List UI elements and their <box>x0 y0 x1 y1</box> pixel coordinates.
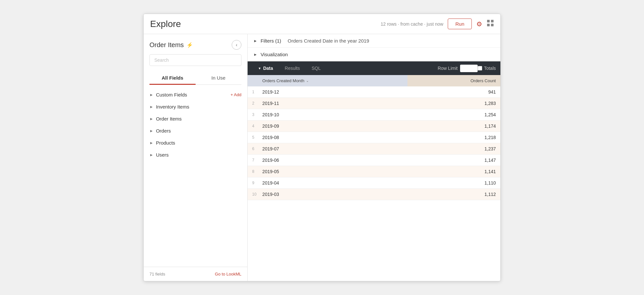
tab-data[interactable]: ▼ Data <box>252 61 279 75</box>
field-group-custom-fields[interactable]: ► Custom Fields + Add <box>144 89 247 101</box>
expand-icon-inventory-items: ► <box>149 105 153 109</box>
tab-all-fields[interactable]: All Fields <box>149 72 196 85</box>
table-row: 5 2019-08 1,218 <box>248 132 500 143</box>
header-right: 12 rows · from cache · just now Run ⚙ <box>381 19 494 29</box>
col-header-month[interactable]: Orders Created Month ⌄ <box>258 75 407 86</box>
row-number: 1 <box>248 86 258 98</box>
field-group-products[interactable]: ► Products <box>144 137 247 149</box>
expand-icon-users: ► <box>149 153 153 157</box>
cell-month: 2019-04 <box>258 177 407 189</box>
cell-month: 2019-03 <box>258 189 407 200</box>
totals-label: Totals <box>484 66 496 71</box>
row-limit-label: Row Limit <box>438 66 457 71</box>
sidebar: Order Items ⚡ ‹ All Fields In Use ► Cust… <box>144 34 248 281</box>
field-group-inventory-items[interactable]: ► Inventory Items <box>144 101 247 113</box>
field-group-order-items[interactable]: ► Order Items <box>144 113 247 125</box>
products-label: Products <box>156 140 241 146</box>
lightning-icon: ⚡ <box>187 42 193 48</box>
field-group-orders[interactable]: ► Orders <box>144 125 247 137</box>
sql-tab-label: SQL <box>312 66 321 71</box>
cell-count: 1,112 <box>407 189 500 200</box>
row-limit-input[interactable] <box>460 65 478 72</box>
table-row: 6 2019-07 1,237 <box>248 143 500 155</box>
viz-label: Visualization <box>261 52 288 57</box>
expand-icon-custom-fields: ► <box>149 93 153 97</box>
cell-count: 1,110 <box>407 177 500 189</box>
cell-count: 1,218 <box>407 132 500 143</box>
main-content: ► Filters (1) Orders Created Date in the… <box>248 34 500 281</box>
sidebar-footer: 71 fields Go to LookML <box>144 267 247 281</box>
go-to-lookml-link[interactable]: Go to LookML <box>215 272 241 276</box>
cell-count: 941 <box>407 86 500 98</box>
expand-icon-products: ► <box>149 141 153 145</box>
table-row: 4 2019-09 1,174 <box>248 121 500 132</box>
table-row: 1 2019-12 941 <box>248 86 500 98</box>
col-header-count[interactable]: Orders Count <box>407 75 500 86</box>
search-input[interactable] <box>149 54 241 66</box>
data-tabs-bar: ▼ Data Results SQL Row Limit <box>248 61 500 75</box>
viz-row: ► Visualization <box>248 48 500 61</box>
cell-count: 1,237 <box>407 143 500 155</box>
add-custom-field-button[interactable]: + Add <box>230 92 241 97</box>
cell-month: 2019-06 <box>258 155 407 166</box>
svg-rect-3 <box>491 24 494 26</box>
row-number: 2 <box>248 98 258 109</box>
row-number: 3 <box>248 109 258 121</box>
row-number: 9 <box>248 177 258 189</box>
svg-rect-2 <box>487 24 490 26</box>
viz-expand-icon[interactable]: ► <box>253 52 257 57</box>
cell-month: 2019-08 <box>258 132 407 143</box>
row-number: 4 <box>248 121 258 132</box>
collapse-button[interactable]: ‹ <box>232 40 241 50</box>
data-tab-arrow: ▼ <box>258 67 261 70</box>
cell-count: 1,254 <box>407 109 500 121</box>
run-button[interactable]: Run <box>448 19 472 29</box>
filter-expand-icon[interactable]: ► <box>253 39 257 43</box>
cell-month: 2019-07 <box>258 143 407 155</box>
app-window: Explore 12 rows · from cache · just now … <box>143 14 501 281</box>
cell-month: 2019-11 <box>258 98 407 109</box>
sort-icon-month: ⌄ <box>306 79 309 83</box>
field-groups: ► Custom Fields + Add ► Inventory Items … <box>144 85 247 267</box>
grid-icon[interactable] <box>487 19 494 28</box>
custom-fields-label: Custom Fields <box>156 92 230 97</box>
data-panel: ▼ Data Results SQL Row Limit <box>248 61 500 281</box>
page-title: Explore <box>150 19 181 29</box>
cell-count: 1,174 <box>407 121 500 132</box>
fields-count: 71 fields <box>149 272 165 276</box>
field-group-users[interactable]: ► Users <box>144 149 247 161</box>
tab-results[interactable]: Results <box>279 61 306 75</box>
cell-month: 2019-12 <box>258 86 407 98</box>
filter-row: ► Filters (1) Orders Created Date in the… <box>248 34 500 48</box>
cell-month: 2019-09 <box>258 121 407 132</box>
cell-count: 1,147 <box>407 155 500 166</box>
svg-rect-1 <box>491 20 494 22</box>
sidebar-header: Order Items ⚡ ‹ <box>149 40 241 50</box>
table-row: 3 2019-10 1,254 <box>248 109 500 121</box>
sidebar-top: Order Items ⚡ ‹ <box>144 34 247 72</box>
tab-in-use[interactable]: In Use <box>196 72 242 85</box>
filter-detail: Orders Created Date in the year 2019 <box>288 38 369 44</box>
row-number: 7 <box>248 155 258 166</box>
table-row: 9 2019-04 1,110 <box>248 177 500 189</box>
row-number: 6 <box>248 143 258 155</box>
orders-label: Orders <box>156 128 241 134</box>
tab-sql[interactable]: SQL <box>306 61 327 75</box>
row-limit-area: Row Limit <box>438 65 478 72</box>
row-number: 8 <box>248 166 258 177</box>
cell-count: 1,141 <box>407 166 500 177</box>
header-meta: 12 rows · from cache · just now <box>381 21 444 27</box>
cell-month: 2019-10 <box>258 109 407 121</box>
gear-icon[interactable]: ⚙ <box>476 20 482 28</box>
order-items-label: Order Items <box>156 116 241 122</box>
row-number: 5 <box>248 132 258 143</box>
header: Explore 12 rows · from cache · just now … <box>144 14 500 34</box>
data-tab-label: Data <box>263 66 273 71</box>
field-tabs: All Fields In Use <box>149 72 241 85</box>
totals-checkbox[interactable] <box>478 66 482 71</box>
table-row: 10 2019-03 1,112 <box>248 189 500 200</box>
sidebar-title-area: Order Items ⚡ <box>149 41 193 49</box>
expand-icon-orders: ► <box>149 129 153 133</box>
expand-icon-order-items: ► <box>149 117 153 121</box>
inventory-items-label: Inventory Items <box>156 104 241 109</box>
